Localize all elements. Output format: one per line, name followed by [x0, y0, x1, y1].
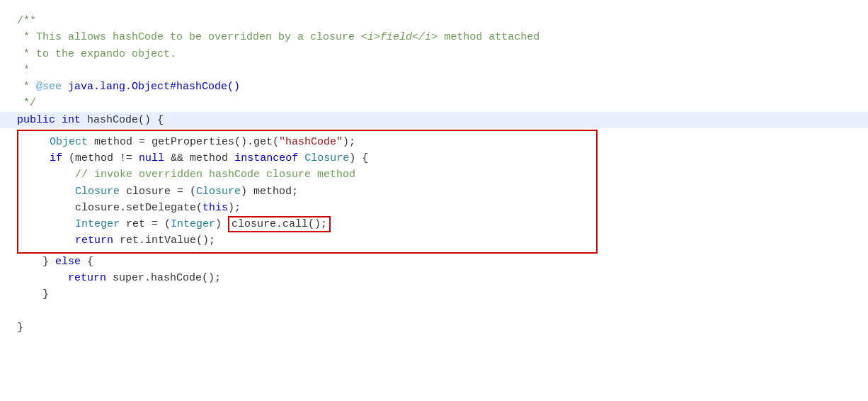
else-line: } else {	[17, 254, 851, 270]
empty-line	[17, 303, 851, 319]
comment-line-3: * to the expando object.	[17, 46, 851, 62]
outer-highlight-box: Object method = getProperties().get("has…	[17, 130, 598, 254]
comment-line-5: * @see java.lang.Object#hashCode()	[17, 79, 851, 95]
comment-line-6: */	[17, 95, 851, 111]
method-signature-line: public int hashCode() {	[0, 112, 868, 128]
return-super-line: return super.hashCode();	[17, 270, 851, 286]
body-line-3: // invoke overridden hashCode closure me…	[24, 166, 590, 183]
close-else-line: }	[17, 286, 851, 303]
inner-highlight-box: closure.call();	[228, 216, 331, 232]
body-line-1: Object method = getProperties().get("has…	[24, 134, 590, 150]
close-method-line: }	[17, 320, 851, 336]
comment-line-4: *	[17, 62, 851, 79]
code-viewer: /** * This allows hashCode to be overrid…	[17, 13, 851, 336]
body-line-4: Closure closure = (Closure) method;	[24, 183, 590, 200]
comment-line-2: * This allows hashCode to be overridden …	[17, 29, 851, 45]
body-line-2: if (method != null && method instanceof …	[24, 150, 590, 166]
comment-line-1: /**	[17, 13, 851, 29]
body-line-6: Integer ret = (Integer) closure.call();	[24, 216, 590, 232]
body-line-7: return ret.intValue();	[24, 232, 590, 249]
body-line-5: closure.setDelegate(this);	[24, 200, 590, 216]
